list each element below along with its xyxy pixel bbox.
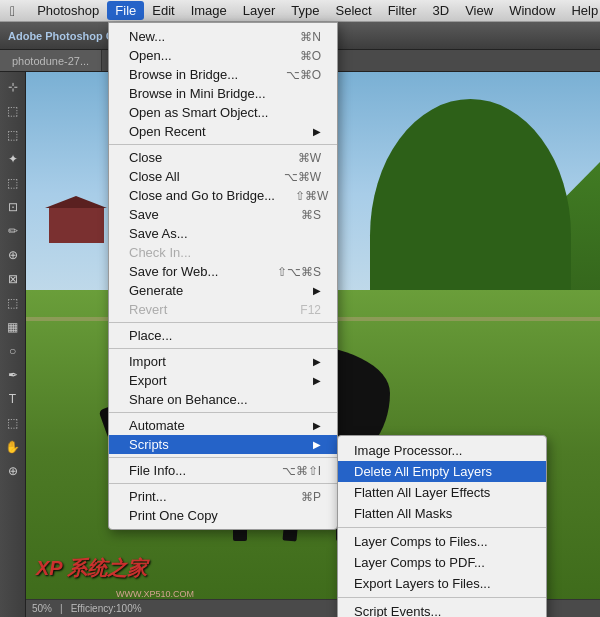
- zoom-level: 50%: [32, 603, 52, 614]
- menu-save-web[interactable]: Save for Web... ⇧⌥⌘S: [109, 262, 337, 281]
- tools-panel: ⊹ ⬚ ⬚ ✦ ⬚ ⊡ ✏ ⊕ ⊠ ⬚ ▦ ○ ✒ T ⬚ ✋ ⊕: [0, 72, 26, 617]
- tool-stamp[interactable]: ⊕: [2, 244, 24, 266]
- menu-automate[interactable]: Automate ▶: [109, 416, 337, 435]
- watermark-text: XP 系统之家: [36, 555, 148, 582]
- divider-3: [109, 348, 337, 349]
- scripts-image-processor[interactable]: Image Processor...: [338, 440, 546, 461]
- divider-2: [109, 322, 337, 323]
- scripts-flatten-masks[interactable]: Flatten All Masks: [338, 503, 546, 524]
- menu-bar:  Photoshop File Edit Image Layer Type S…: [0, 0, 600, 22]
- tool-hand[interactable]: ✋: [2, 436, 24, 458]
- menu-import[interactable]: Import ▶: [109, 352, 337, 371]
- menu-check-in[interactable]: Check In...: [109, 243, 337, 262]
- scripts-divider-2: [338, 597, 546, 598]
- menu-print-one[interactable]: Print One Copy: [109, 506, 337, 525]
- scripts-layer-comps-files[interactable]: Layer Comps to Files...: [338, 531, 546, 552]
- divider-6: [109, 483, 337, 484]
- menu-open-smart[interactable]: Open as Smart Object...: [109, 103, 337, 122]
- scripts-layer-comps-pdf[interactable]: Layer Comps to PDF...: [338, 552, 546, 573]
- efficiency-label: Efficiency:: [71, 603, 116, 614]
- tool-history[interactable]: ⊠: [2, 268, 24, 290]
- file-menu[interactable]: New... ⌘N Open... ⌘O Browse in Bridge...…: [108, 22, 338, 530]
- tool-eye[interactable]: ⊡: [2, 196, 24, 218]
- menu-type[interactable]: Type: [283, 1, 327, 20]
- apple-menu[interactable]: : [4, 3, 21, 19]
- menu-share-behance[interactable]: Share on Behance...: [109, 390, 337, 409]
- watermark-url: WWW.XP510.COM: [116, 589, 194, 599]
- ps-logo: Adobe Photoshop CC: [8, 30, 122, 42]
- tool-crop[interactable]: ⬚: [2, 172, 24, 194]
- scripts-divider-1: [338, 527, 546, 528]
- menu-select[interactable]: Select: [328, 1, 380, 20]
- barn-roof: [45, 196, 107, 208]
- tool-pen[interactable]: ✒: [2, 364, 24, 386]
- tool-eraser[interactable]: ⬚: [2, 292, 24, 314]
- tool-brush[interactable]: ✏: [2, 220, 24, 242]
- menu-close-bridge[interactable]: Close and Go to Bridge... ⇧⌘W: [109, 186, 337, 205]
- tool-magic[interactable]: ✦: [2, 148, 24, 170]
- divider-4: [109, 412, 337, 413]
- menu-browse-mini[interactable]: Browse in Mini Bridge...: [109, 84, 337, 103]
- menu-export[interactable]: Export ▶: [109, 371, 337, 390]
- menu-place[interactable]: Place...: [109, 326, 337, 345]
- menu-file[interactable]: File: [107, 1, 144, 20]
- tool-gradient[interactable]: ▦: [2, 316, 24, 338]
- menu-open-recent[interactable]: Open Recent ▶: [109, 122, 337, 141]
- menu-window[interactable]: Window: [501, 1, 563, 20]
- menu-image[interactable]: Image: [183, 1, 235, 20]
- menu-browse-bridge[interactable]: Browse in Bridge... ⌥⌘O: [109, 65, 337, 84]
- menu-help[interactable]: Help: [563, 1, 600, 20]
- tool-text[interactable]: T: [2, 388, 24, 410]
- document-tab[interactable]: photodune-27...: [0, 50, 102, 71]
- tool-shape[interactable]: ⬚: [2, 412, 24, 434]
- tool-select[interactable]: ⬚: [2, 100, 24, 122]
- menu-filter[interactable]: Filter: [380, 1, 425, 20]
- menu-revert[interactable]: Revert F12: [109, 300, 337, 319]
- menu-close-all[interactable]: Close All ⌥⌘W: [109, 167, 337, 186]
- menu-save-as[interactable]: Save As...: [109, 224, 337, 243]
- menu-generate[interactable]: Generate ▶: [109, 281, 337, 300]
- tool-zoom[interactable]: ⊕: [2, 460, 24, 482]
- tool-lasso[interactable]: ⬚: [2, 124, 24, 146]
- tool-move[interactable]: ⊹: [2, 76, 24, 98]
- menu-print[interactable]: Print... ⌘P: [109, 487, 337, 506]
- barn: [49, 208, 104, 243]
- scripts-delete-empty-layers[interactable]: Delete All Empty Layers: [338, 461, 546, 482]
- menu-photoshop[interactable]: Photoshop: [29, 1, 107, 20]
- menu-new[interactable]: New... ⌘N: [109, 27, 337, 46]
- tool-dodge[interactable]: ○: [2, 340, 24, 362]
- scripts-flatten-effects[interactable]: Flatten All Layer Effects: [338, 482, 546, 503]
- menu-file-info[interactable]: File Info... ⌥⌘⇧I: [109, 461, 337, 480]
- status-separator: |: [60, 603, 63, 614]
- menu-close[interactable]: Close ⌘W: [109, 148, 337, 167]
- menu-3d[interactable]: 3D: [425, 1, 458, 20]
- menu-view[interactable]: View: [457, 1, 501, 20]
- divider-5: [109, 457, 337, 458]
- scripts-submenu[interactable]: Image Processor... Delete All Empty Laye…: [337, 435, 547, 617]
- scripts-events[interactable]: Script Events...: [338, 601, 546, 617]
- menu-scripts[interactable]: Scripts ▶: [109, 435, 337, 454]
- menu-save[interactable]: Save ⌘S: [109, 205, 337, 224]
- efficiency-value: 100%: [116, 603, 142, 614]
- menu-open[interactable]: Open... ⌘O: [109, 46, 337, 65]
- divider-1: [109, 144, 337, 145]
- menu-edit[interactable]: Edit: [144, 1, 182, 20]
- scripts-export-layers[interactable]: Export Layers to Files...: [338, 573, 546, 594]
- menu-layer[interactable]: Layer: [235, 1, 284, 20]
